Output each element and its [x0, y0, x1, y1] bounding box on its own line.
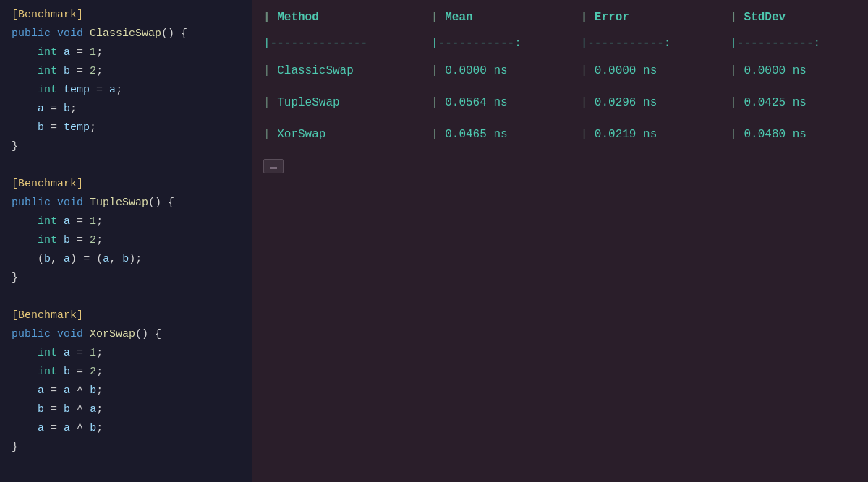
benchmark-table: | Method | Mean | Error | StdDev |------… [252, 0, 868, 150]
header-stddev: | StdDev [718, 0, 868, 32]
cell-mean: | 0.0000 ns [420, 55, 569, 87]
code-line: int a = 1; [0, 212, 252, 231]
code-line: int temp = a; [0, 81, 252, 100]
sep-cell: |-----------: [718, 32, 868, 55]
cell-mean: | 0.0465 ns [420, 119, 569, 150]
code-line: a = b; [0, 100, 252, 119]
code-line: int b = 2; [0, 62, 252, 81]
code-line: a = a ^ b; [0, 382, 252, 400]
sep-cell: |-----------: [420, 32, 569, 55]
benchmark-attr-1: [Benchmark] [0, 6, 252, 25]
cell-method: | ClassicSwap [252, 55, 420, 87]
code-editor: [Benchmark] public void ClassicSwap() { … [0, 0, 252, 482]
cell-error: | 0.0296 ns [569, 87, 719, 119]
sep-cell: |-----------: [569, 32, 719, 55]
table-row: | ClassicSwap | 0.0000 ns | 0.0000 ns | … [252, 55, 868, 87]
benchmark-attr-3: [Benchmark] [0, 306, 252, 325]
closing-brace-3: } [0, 438, 252, 457]
closing-brace-1: } [0, 137, 252, 156]
table-row: | XorSwap | 0.0465 ns | 0.0219 ns | 0.04… [252, 119, 868, 150]
results-empty-area [252, 150, 868, 482]
spacer [0, 288, 252, 306]
code-line: b = temp; [0, 119, 252, 137]
code-line: (b, a) = (a, b); [0, 250, 252, 269]
cell-stddev: | 0.0425 ns [718, 87, 868, 119]
header-error: | Error [569, 0, 719, 32]
results-table-area: | Method | Mean | Error | StdDev |------… [252, 0, 868, 150]
sep-cell: |-------------- [252, 32, 420, 55]
header-mean: | Mean [420, 0, 569, 32]
results-panel: | Method | Mean | Error | StdDev |------… [252, 0, 868, 482]
code-line: int a = 1; [0, 43, 252, 62]
code-line: int b = 2; [0, 363, 252, 382]
terminal-icon [263, 159, 284, 173]
method-sig-3: public void XorSwap() { [0, 325, 252, 344]
cell-error: | 0.0219 ns [569, 119, 719, 150]
code-line: a = a ^ b; [0, 419, 252, 438]
method-sig-1: public void ClassicSwap() { [0, 25, 252, 43]
code-line: b = b ^ a; [0, 400, 252, 419]
code-line: int a = 1; [0, 344, 252, 363]
cell-stddev: | 0.0000 ns [718, 55, 868, 87]
table-header-row: | Method | Mean | Error | StdDev [252, 0, 868, 32]
spacer [0, 156, 252, 175]
code-line: int b = 2; [0, 231, 252, 250]
cell-error: | 0.0000 ns [569, 55, 719, 87]
table-row: | TupleSwap | 0.0564 ns | 0.0296 ns | 0.… [252, 87, 868, 119]
benchmark-attr-2: [Benchmark] [0, 175, 252, 194]
cell-method: | TupleSwap [252, 87, 420, 119]
header-method: | Method [252, 0, 420, 32]
method-sig-2: public void TupleSwap() { [0, 194, 252, 212]
cell-stddev: | 0.0480 ns [718, 119, 868, 150]
closing-brace-2: } [0, 269, 252, 288]
terminal-icon-row [252, 150, 868, 182]
cell-mean: | 0.0564 ns [420, 87, 569, 119]
cell-method: | XorSwap [252, 119, 420, 150]
table-separator: |-------------- |-----------: |---------… [252, 32, 868, 55]
